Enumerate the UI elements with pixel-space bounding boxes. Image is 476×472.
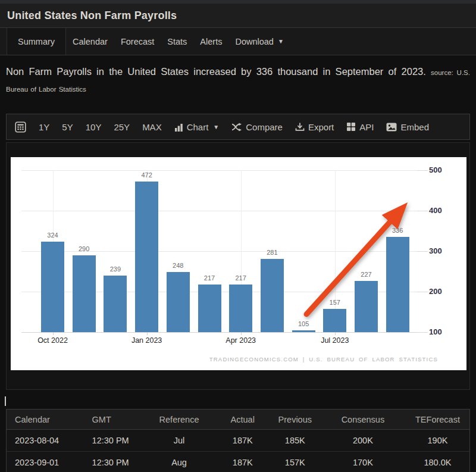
calendar-interval-button[interactable] [15, 121, 26, 133]
column-header-gmt: GMT [84, 410, 143, 430]
range-buttons: 1Y5Y10Y25YMAX [39, 122, 162, 132]
table-row[interactable]: 2023-08-0412:30 PMJul187K185K200K190K [7, 430, 470, 452]
grid-icon [346, 122, 356, 132]
table-cell: 170K [320, 452, 406, 472]
compare-button[interactable]: Compare [231, 122, 283, 132]
chart-type-dropdown[interactable]: Chart ▼ [174, 122, 220, 132]
range-25y-button[interactable]: 25Y [114, 122, 130, 132]
api-button[interactable]: API [346, 122, 374, 132]
table-cell: 180.0K [406, 452, 470, 472]
chart-watermark: TRADINGECONOMICS.COM | U.S. BUREAU OF LA… [209, 356, 438, 362]
image-icon [386, 123, 397, 132]
column-header-calendar: Calendar [7, 410, 84, 430]
tab-label: Forecast [121, 37, 154, 46]
range-10y-button[interactable]: 10Y [86, 122, 102, 132]
tab-label: Calendar [73, 37, 108, 46]
tab-label: Download [235, 37, 274, 46]
table-cell: Jul [143, 430, 215, 452]
tab-calendar[interactable]: Calendar [66, 28, 114, 55]
export-button[interactable]: Export [295, 122, 334, 132]
tab-bar: SummaryCalendarForecastStatsAlertsDownlo… [0, 27, 476, 55]
table-cell: 200K [320, 430, 406, 452]
tab-label: Stats [167, 37, 187, 46]
range-1y-button[interactable]: 1Y [39, 122, 49, 132]
embed-button[interactable]: Embed [386, 122, 429, 132]
tab-alerts[interactable]: Alerts [193, 28, 228, 55]
range-5y-button[interactable]: 5Y [62, 122, 73, 132]
column-header-reference: Reference [143, 410, 215, 430]
title-bar: United States Non Farm Payrolls [0, 4, 476, 27]
page-title: United States Non Farm Payrolls [7, 10, 177, 22]
tab-label: Alerts [200, 37, 222, 46]
calendar-table: CalendarGMTReferenceActualPreviousConsen… [6, 409, 470, 472]
column-header-consensus: Consensus [320, 410, 406, 430]
summary-section: Non Farm Payrolls in the United States i… [0, 55, 476, 97]
table-cell: 190K [406, 430, 470, 452]
download-icon [295, 122, 305, 132]
text-cursor [5, 396, 6, 406]
tab-summary[interactable]: Summary [7, 28, 66, 55]
table-row[interactable]: 2023-09-0112:30 PMAug187K157K170K180.0K [7, 452, 470, 472]
tab-label: Summary [18, 37, 55, 46]
trend-arrow [11, 157, 466, 370]
tab-stats[interactable]: Stats [161, 28, 193, 55]
table-cell: 187K [215, 430, 270, 452]
calendar-icon [15, 121, 26, 133]
table-cell: 187K [215, 452, 270, 472]
table-cell: 2023-09-01 [7, 452, 84, 472]
table-cell: 157K [270, 452, 320, 472]
table-cell: 185K [270, 430, 320, 452]
table-header-row: CalendarGMTReferenceActualPreviousConsen… [7, 410, 470, 430]
chevron-down-icon: ▼ [278, 38, 284, 45]
range-max-button[interactable]: MAX [142, 122, 162, 132]
column-header-teforecast: TEForecast [406, 410, 470, 430]
tab-forecast[interactable]: Forecast [114, 28, 161, 55]
column-header-actual: Actual [215, 410, 270, 430]
chevron-down-icon: ▼ [213, 124, 219, 130]
tab-download[interactable]: Download▼ [228, 28, 290, 55]
table-cell: 2023-08-04 [7, 430, 84, 452]
summary-text: Non Farm Payrolls in the United States i… [6, 64, 470, 97]
table-cell: 12:30 PM [84, 452, 143, 472]
bar-chart-icon [174, 123, 183, 132]
shuffle-icon [231, 123, 242, 132]
column-header-previous: Previous [270, 410, 320, 430]
chart-canvas: 1002003004005003242902394722482172172811… [11, 157, 466, 370]
table-cell: Aug [143, 452, 215, 472]
table-cell: 12:30 PM [84, 430, 143, 452]
chart-container: 1002003004005003242902394722482172172811… [6, 142, 470, 390]
chart-toolbar: 1Y5Y10Y25YMAX Chart ▼ Compare [6, 114, 470, 140]
